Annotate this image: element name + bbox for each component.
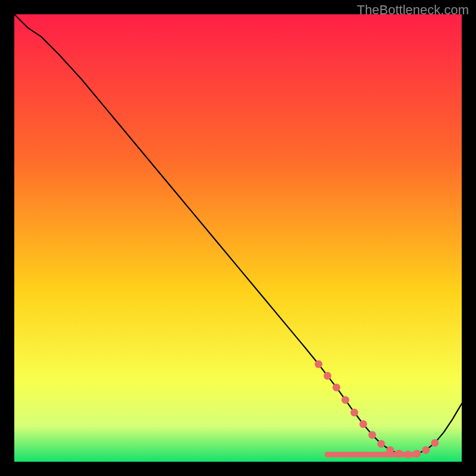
curve-marker	[413, 450, 421, 458]
chart-stage: TheBottleneck.com	[0, 0, 476, 476]
curve-marker	[422, 446, 430, 454]
gradient-bg	[14, 14, 462, 462]
curve-marker	[350, 409, 358, 416]
curve-marker	[404, 450, 412, 458]
curve-marker	[377, 440, 385, 447]
curve-marker	[368, 431, 376, 439]
curve-marker	[386, 446, 394, 454]
curve-marker	[431, 439, 439, 447]
curve-marker	[342, 396, 349, 404]
curve-marker	[333, 384, 340, 392]
curve-marker	[395, 450, 403, 458]
plot-area	[14, 14, 462, 462]
curve-marker	[315, 361, 322, 368]
curve-marker	[324, 372, 331, 380]
chart-svg	[14, 14, 462, 462]
curve-marker	[359, 420, 367, 428]
